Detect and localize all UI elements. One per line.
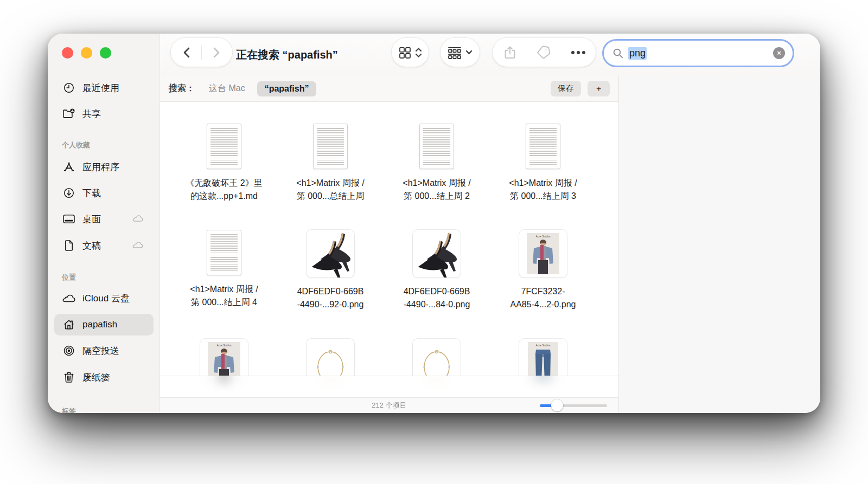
file-item[interactable]: 4DF6EDF0-669B-4490-...84-0.png xyxy=(388,230,486,311)
slider-thumb[interactable] xyxy=(551,399,563,411)
home-icon xyxy=(62,319,76,331)
more-button[interactable] xyxy=(561,38,596,67)
brand-label: Acne Studios xyxy=(216,344,232,347)
scope-label: 搜索： xyxy=(169,83,195,94)
document-thumbnail xyxy=(207,230,241,275)
file-name: 4DF6EDF0-669B xyxy=(388,285,486,298)
icon-view-grid-icon xyxy=(398,46,411,59)
minimize-window-button[interactable] xyxy=(81,47,92,59)
preview-pane xyxy=(618,76,820,413)
file-item[interactable]: <h1>Matrix 周报 /第 000...总结上周 xyxy=(282,124,379,203)
sidebar-item-label: iCloud 云盘 xyxy=(82,292,130,305)
file-item[interactable]: <h1>Matrix 周报 /第 000...结上周 2 xyxy=(388,124,486,203)
tag-icon xyxy=(537,46,551,60)
sidebar-item-downloads[interactable]: 下载 xyxy=(54,182,154,204)
tag-button[interactable] xyxy=(527,38,561,67)
clock-icon xyxy=(62,82,76,94)
brand-label: Acne Studios xyxy=(535,235,551,238)
clear-search-button[interactable]: × xyxy=(773,47,785,59)
more-dots-icon xyxy=(571,50,586,55)
document-thumbnail xyxy=(526,124,560,169)
group-by-icon xyxy=(448,46,462,59)
toolbar: 正在搜索 “papafish” xyxy=(48,34,820,76)
share-button[interactable] xyxy=(493,38,527,67)
search-value: png xyxy=(628,47,647,60)
back-button[interactable] xyxy=(173,38,201,67)
window-title: 正在搜索 “papafish” xyxy=(236,34,338,76)
black-heels-thumbnail xyxy=(307,230,354,278)
document-thumbnail xyxy=(419,124,454,169)
sidebar-item-label: 最近使用 xyxy=(82,82,119,94)
sidebar-item-airdrop[interactable]: 隔空投送 xyxy=(54,340,154,362)
nav-buttons xyxy=(171,38,232,67)
sidebar-item-desktop[interactable]: 桌面 xyxy=(54,208,154,230)
status-bar: 212 个项目 xyxy=(160,397,618,413)
document-icon xyxy=(62,240,76,251)
action-buttons xyxy=(493,38,596,67)
group-by-button[interactable] xyxy=(441,38,480,67)
search-icon xyxy=(612,48,623,59)
model-photo-thumbnail: Acne Studios xyxy=(519,230,567,278)
file-item[interactable]: <h1>Matrix 周报 /第 000...结上周 4 xyxy=(175,228,273,309)
file-name: <h1>Matrix 周报 / xyxy=(494,177,592,190)
save-search-button[interactable]: 保存 xyxy=(551,81,581,96)
scope-papafish-selected[interactable]: “papafish” xyxy=(257,81,317,96)
airdrop-icon xyxy=(62,345,76,357)
sidebar-item-applications[interactable]: 应用程序 xyxy=(54,156,154,178)
sidebar-item-label: 应用程序 xyxy=(82,161,119,173)
search-scope-bar: 搜索： 这台 Mac “papafish” 保存 ＋ xyxy=(160,76,618,102)
sidebar-item-label: 文稿 xyxy=(82,240,101,252)
file-name: <h1>Matrix 周报 / xyxy=(175,283,273,296)
sidebar-item-label: 桌面 xyxy=(82,213,101,225)
black-heels-thumbnail xyxy=(413,230,461,278)
share-icon xyxy=(503,46,516,60)
forward-chevron-icon xyxy=(210,47,222,59)
sidebar-item-documents[interactable]: 文稿 xyxy=(54,235,154,256)
icloud-icon xyxy=(62,293,76,303)
appstore-icon xyxy=(62,161,76,173)
sidebar: 最近使用 共享 个人收藏 应用程序 xyxy=(48,34,160,413)
forward-button[interactable] xyxy=(202,38,230,67)
cloud-icon xyxy=(132,241,144,251)
sidebar-item-icloud-drive[interactable]: iCloud 云盘 xyxy=(54,287,154,309)
file-name: 4DF6EDF0-669B xyxy=(282,285,379,298)
search-results-grid: 《无敌破坏王 2》里的这款...pp+1.md <h1>Matrix 周报 /第… xyxy=(160,102,618,413)
trash-icon xyxy=(62,371,76,383)
sidebar-item-label: papafish xyxy=(82,319,117,330)
close-window-button[interactable] xyxy=(62,47,73,59)
path-bar xyxy=(160,376,618,397)
file-name: <h1>Matrix 周报 / xyxy=(388,177,486,190)
sidebar-item-label: 共享 xyxy=(82,108,101,120)
sidebar-item-trash[interactable]: 废纸篓 xyxy=(54,366,154,388)
back-chevron-icon xyxy=(181,47,193,59)
chevron-down-icon xyxy=(465,49,473,56)
file-name: <h1>Matrix 周报 / xyxy=(282,177,379,190)
file-name: 《无敌破坏王 2》里 xyxy=(175,177,273,190)
document-thumbnail xyxy=(207,124,241,169)
shared-folder-icon xyxy=(62,108,76,120)
document-thumbnail xyxy=(313,124,348,169)
zoom-window-button[interactable] xyxy=(100,47,111,59)
sidebar-section-locations: 位置 xyxy=(62,273,76,282)
sidebar-item-label: 隔空投送 xyxy=(82,345,119,357)
finder-window: 正在搜索 “papafish” xyxy=(48,34,820,413)
chevron-up-down-icon xyxy=(415,47,422,59)
cloud-icon xyxy=(132,214,144,224)
sidebar-item-shared[interactable]: 共享 xyxy=(54,103,154,125)
add-criteria-button[interactable]: ＋ xyxy=(588,81,610,96)
sidebar-section-favorites: 个人收藏 xyxy=(62,140,90,150)
sidebar-item-papafish[interactable]: papafish xyxy=(54,314,154,335)
file-item[interactable]: Acne Studios 7FCF3232-AA85-4...2-0.png xyxy=(494,230,592,311)
file-item[interactable]: 4DF6EDF0-669B-4490-...92-0.png xyxy=(282,230,379,311)
sidebar-item-label: 废纸篓 xyxy=(82,371,110,384)
file-item[interactable]: <h1>Matrix 周报 /第 000...结上周 3 xyxy=(494,124,592,203)
icon-view-button[interactable] xyxy=(392,38,429,67)
icon-size-slider[interactable] xyxy=(540,404,607,407)
scope-this-mac[interactable]: 这台 Mac xyxy=(209,83,245,94)
file-item[interactable]: 《无敌破坏王 2》里的这款...pp+1.md xyxy=(175,124,273,203)
sidebar-item-recents[interactable]: 最近使用 xyxy=(54,77,154,99)
file-name: 7FCF3232- xyxy=(494,285,592,298)
search-input[interactable]: png × xyxy=(602,39,794,67)
sidebar-section-tags: 标签 xyxy=(62,406,76,413)
download-circle-icon xyxy=(62,187,76,199)
